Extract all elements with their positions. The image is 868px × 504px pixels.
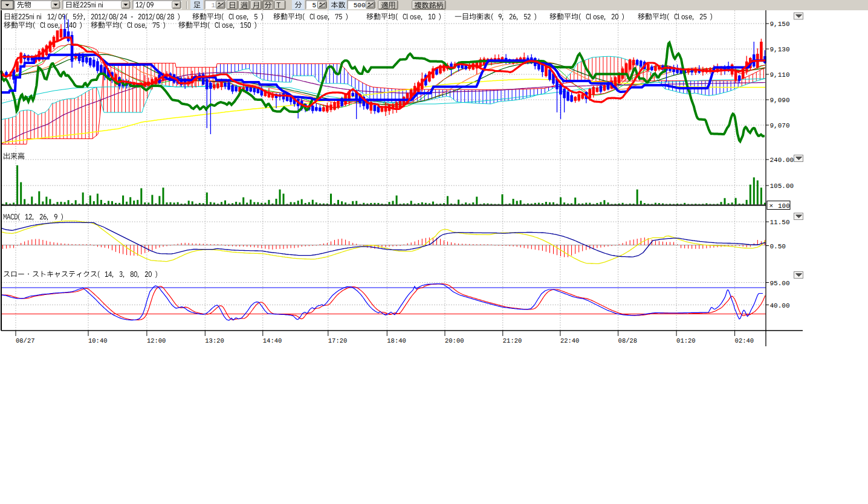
svg-text:12:00: 12:00 [147,337,166,344]
svg-text:240.00: 240.00 [770,157,794,164]
svg-text:100: 100 [778,202,790,210]
svg-text:20:00: 20:00 [445,337,464,344]
svg-text:9,090: 9,090 [770,97,790,104]
svg-text:17:20: 17:20 [328,337,348,344]
svg-text:1: 1 [211,2,215,9]
svg-text:08/28: 08/28 [618,337,638,344]
svg-text:40.00: 40.00 [770,302,790,309]
svg-text:22:40: 22:40 [560,337,580,344]
svg-text:18:40: 18:40 [387,337,406,344]
svg-text:95.00: 95.00 [770,280,790,287]
svg-text:0.50: 0.50 [770,243,786,250]
svg-text:9,130: 9,130 [770,46,790,53]
svg-text:×: × [769,202,774,210]
svg-text:10:40: 10:40 [88,337,108,344]
svg-text:02:40: 02:40 [735,337,754,344]
svg-text:105.00: 105.00 [770,183,794,190]
svg-text:9,150: 9,150 [770,21,790,28]
svg-text:11.50: 11.50 [770,219,790,226]
svg-text:5: 5 [312,2,316,9]
svg-text:13:20: 13:20 [205,337,224,344]
svg-text:21:20: 21:20 [503,337,522,344]
svg-text:500: 500 [354,2,366,9]
svg-text:9,110: 9,110 [770,71,790,79]
svg-text:14:40: 14:40 [263,337,282,344]
svg-text:08/27: 08/27 [16,337,35,344]
svg-text:01:20: 01:20 [676,337,696,344]
svg-text:9,070: 9,070 [770,122,790,129]
